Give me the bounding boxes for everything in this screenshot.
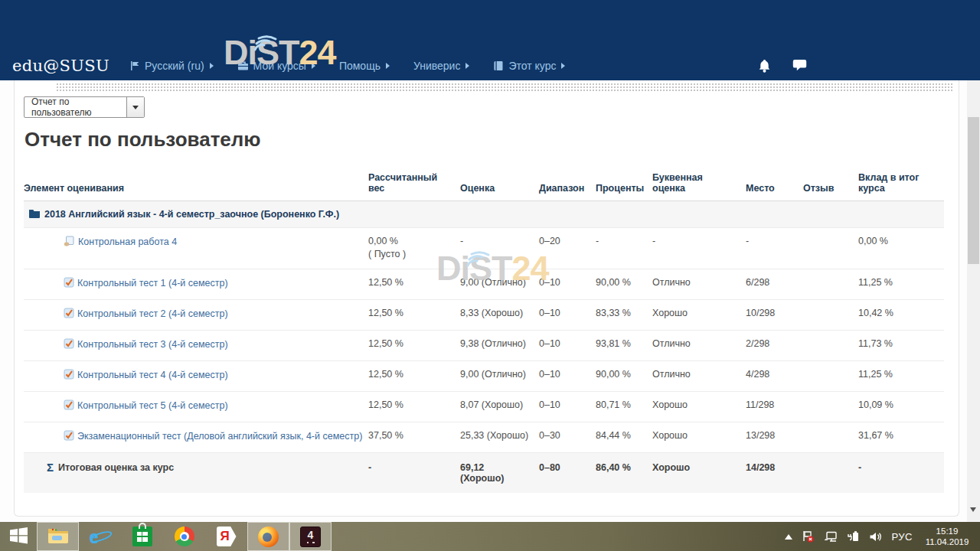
grade-report-table: Элемент оценивания Рассчитанный вес Оцен… bbox=[24, 172, 944, 493]
dist24-watermark: DiST24 bbox=[224, 33, 336, 73]
nav-item-label: Русский (ru) bbox=[145, 60, 204, 72]
wifi-arcs-icon bbox=[249, 20, 278, 60]
archive-app-button[interactable]: 4 bbox=[289, 522, 332, 551]
chrome-icon bbox=[175, 527, 194, 546]
system-tray: РУС 15:19 11.04.2019 bbox=[785, 526, 980, 547]
cell-contribution: 10,42 % bbox=[858, 300, 944, 330]
cell-rank: 2/298 bbox=[746, 331, 803, 360]
firefox-icon bbox=[258, 527, 279, 547]
file-explorer-button[interactable] bbox=[37, 522, 79, 551]
cell-range: 0–80 bbox=[539, 453, 596, 493]
col-header-contribution: Вклад в итог курса bbox=[858, 172, 929, 194]
cell-percent: 90,00 % bbox=[596, 361, 652, 391]
battery-power-icon[interactable] bbox=[847, 530, 860, 543]
site-logo[interactable]: edu@SUSU bbox=[12, 57, 109, 75]
nav-item-language[interactable]: Русский (ru) bbox=[129, 60, 214, 72]
internet-explorer-button[interactable]: e bbox=[79, 522, 121, 551]
language-indicator[interactable]: РУС bbox=[891, 531, 913, 543]
book-icon bbox=[493, 60, 504, 71]
sigma-icon: Σ bbox=[47, 462, 54, 473]
chrome-button[interactable] bbox=[163, 522, 205, 551]
windows-logo-icon bbox=[8, 525, 29, 548]
windows-taskbar: e Я 4 РУС 15:19 11.04.2019 bbox=[0, 522, 980, 551]
caret-right-icon bbox=[386, 63, 390, 69]
grade-item-link[interactable]: Контрольный тест 3 (4-й семестр) bbox=[64, 339, 228, 350]
report-select-value: Отчет по пользователю bbox=[24, 96, 126, 118]
cell-percent: - bbox=[596, 228, 652, 269]
cell-contribution: 11,25 % bbox=[858, 269, 944, 299]
cell-weight: 12,50 % bbox=[368, 361, 460, 391]
cell-percent: 80,71 % bbox=[596, 392, 652, 422]
cell-contribution: 11,25 % bbox=[858, 361, 944, 391]
cell-feedback bbox=[803, 331, 858, 360]
nav-item-this-course[interactable]: Этот курс bbox=[493, 60, 565, 72]
col-header-percent: Проценты bbox=[596, 183, 652, 194]
course-total-row: ΣИтоговая оценка за курс - 69,12 (Хорошо… bbox=[24, 453, 944, 493]
grade-item-link[interactable]: Экзаменационный тест (Деловой английский… bbox=[64, 431, 362, 442]
network-icon[interactable] bbox=[824, 531, 838, 543]
cell-letter: Хорошо bbox=[652, 453, 746, 493]
yandex-browser-icon: Я bbox=[217, 527, 237, 546]
volume-speaker-icon[interactable] bbox=[869, 531, 882, 543]
cell-weight: 12,50 % bbox=[368, 392, 460, 422]
nav-item-univeris[interactable]: Универис bbox=[413, 60, 470, 72]
table-row: Контрольный тест 5 (4-й семестр) 12,50 %… bbox=[24, 392, 944, 422]
nav-item-help[interactable]: Помощь bbox=[339, 60, 390, 72]
messages-chat-icon[interactable] bbox=[792, 59, 807, 72]
vertical-scrollbar[interactable] bbox=[967, 80, 980, 522]
report-type-select[interactable]: Отчет по пользователю bbox=[24, 96, 145, 118]
cell-rank: 10/298 bbox=[746, 300, 803, 330]
clock[interactable]: 15:19 11.04.2019 bbox=[922, 526, 972, 547]
windows-store-icon bbox=[132, 527, 152, 546]
cell-feedback bbox=[803, 361, 858, 391]
caret-right-icon bbox=[466, 63, 469, 69]
cell-letter: Отлично bbox=[652, 331, 746, 360]
cell-feedback bbox=[803, 228, 858, 269]
cell-grade: 9,00 (Отлично) bbox=[460, 361, 539, 391]
chevron-down-icon bbox=[126, 97, 144, 117]
start-button[interactable] bbox=[0, 522, 37, 551]
cell-feedback bbox=[803, 300, 858, 330]
grade-item-link[interactable]: Контрольный тест 5 (4-й семестр) bbox=[64, 400, 228, 411]
table-row: Экзаменационный тест (Деловой английский… bbox=[24, 422, 944, 453]
caret-right-icon bbox=[210, 63, 214, 69]
site-header: edu@SUSU Русский (ru) Мои курсы Помощь У… bbox=[0, 0, 980, 80]
tray-expand-icon[interactable] bbox=[785, 534, 792, 540]
col-header-grade: Оценка bbox=[460, 183, 539, 194]
grade-item-link[interactable]: Контрольный тест 4 (4-й семестр) bbox=[64, 370, 228, 380]
grade-item-link[interactable]: Контрольная работа 4 bbox=[64, 236, 177, 247]
cell-rank: 14/298 bbox=[746, 453, 803, 493]
cell-range: 0–10 bbox=[539, 361, 596, 391]
yandex-browser-button[interactable]: Я bbox=[205, 522, 247, 551]
quiz-icon bbox=[64, 279, 74, 290]
cell-grade: 8,33 (Хорошо) bbox=[460, 300, 539, 330]
table-header-row: Элемент оценивания Рассчитанный вес Оцен… bbox=[24, 172, 944, 201]
cell-letter: Хорошо bbox=[652, 392, 746, 422]
cell-rank: 4/298 bbox=[746, 361, 803, 391]
notifications-bell-icon[interactable] bbox=[758, 59, 771, 73]
cell-contribution: - bbox=[858, 453, 944, 493]
cell-grade: 25,33 (Хорошо) bbox=[460, 422, 539, 452]
action-center-flag-icon[interactable] bbox=[802, 530, 815, 543]
scrollbar-down-arrow[interactable] bbox=[970, 507, 976, 512]
cell-range: 0–10 bbox=[539, 300, 596, 330]
main-navbar: edu@SUSU Русский (ru) Мои курсы Помощь У… bbox=[0, 51, 980, 80]
cell-contribution: 10,09 % bbox=[858, 392, 944, 422]
grade-item-link[interactable]: Контрольный тест 2 (4-й семестр) bbox=[64, 308, 228, 319]
firefox-button[interactable] bbox=[247, 522, 289, 551]
cell-grade: 69,12 (Хорошо) bbox=[460, 453, 539, 493]
total-label: Итоговая оценка за курс bbox=[58, 462, 174, 473]
table-row: Контрольный тест 4 (4-й семестр) 12,50 %… bbox=[24, 361, 944, 392]
cell-contribution: 31,67 % bbox=[858, 422, 944, 452]
scrollbar-thumb[interactable] bbox=[968, 117, 979, 264]
grade-item-link[interactable]: Контрольный тест 1 (4-й семестр) bbox=[64, 278, 228, 289]
nav-item-label: Универис bbox=[413, 60, 461, 72]
cell-rank: - bbox=[746, 228, 803, 269]
quiz-icon bbox=[64, 341, 74, 351]
cell-range: 0–10 bbox=[539, 392, 596, 422]
dotted-divider bbox=[56, 83, 953, 91]
content-card: Отчет по пользователю Отчет по пользоват… bbox=[14, 80, 959, 517]
quiz-icon bbox=[64, 371, 74, 382]
clock-time: 15:19 bbox=[922, 526, 972, 536]
windows-store-button[interactable] bbox=[121, 522, 163, 551]
